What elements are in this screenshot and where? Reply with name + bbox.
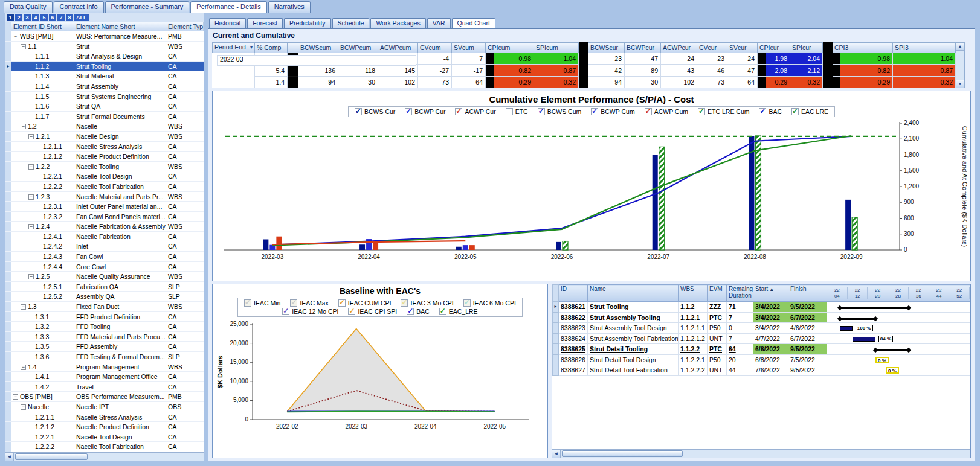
collapse-icon[interactable]: − xyxy=(28,164,34,170)
checkbox-bcwp-cur[interactable] xyxy=(405,108,412,115)
legend-item-ieac-6-mo-cpi[interactable]: IEAC 6 Mo CPI xyxy=(463,299,516,307)
collapse-icon[interactable]: − xyxy=(21,404,26,410)
tree-row[interactable]: 1.4.1Program Management OfficeCA xyxy=(5,372,204,382)
tree-hscroll-track[interactable] xyxy=(14,453,204,461)
column-header-cpi3[interactable]: CPI3 xyxy=(833,43,893,53)
tree-row[interactable]: 1.1.7Strut Formal DocumentsCA xyxy=(5,112,204,122)
tree-row[interactable]: 1.2.4.3Fan CowlCA xyxy=(5,252,204,262)
tree-row[interactable]: 1.2.2.2Nacelle Tool FabricationCA xyxy=(5,442,204,452)
collapse-icon[interactable]: − xyxy=(28,134,34,139)
tree-row[interactable]: 1.3.2FFD ToolingCA xyxy=(5,322,204,332)
checkbox-bcws-cum[interactable] xyxy=(538,108,545,115)
legend-item-bcws-cur[interactable]: BCWS Cur xyxy=(355,108,395,115)
checkbox-ieac-6-mo-cpi[interactable] xyxy=(463,299,471,307)
tree-row[interactable]: 1.1.1Strut Analysis & DesignCA xyxy=(5,51,204,62)
tree-column-header-element-name-short[interactable]: Element Name Short xyxy=(74,22,166,31)
column-header-svcur[interactable]: SVcur xyxy=(727,43,758,53)
column-header-bcwpcum[interactable]: BCWPcum xyxy=(338,43,378,53)
gantt-row[interactable]: 8388622Strut Assembly Tooling1.1.2.1PTC7… xyxy=(553,312,970,323)
detail-tab-forecast[interactable]: Forecast xyxy=(247,18,283,28)
tree-page-button-7[interactable]: 7 xyxy=(57,14,65,21)
scroll-left-icon[interactable]: ◄ xyxy=(552,450,561,458)
detail-tab-quad-chart[interactable]: Quad Chart xyxy=(452,18,495,28)
checkbox-ieac-cum-cpi[interactable] xyxy=(338,299,346,307)
gantt-row[interactable]: 8388627Strut Detail Tool Fabrication1.1.… xyxy=(553,365,970,376)
checkbox-bcwp-cum[interactable] xyxy=(591,108,598,115)
tree-row[interactable]: 1.2.4.4Core CowlCA xyxy=(5,262,204,272)
tree-row[interactable]: 1.3.6FFD Testing & Formal Docum...SLP xyxy=(5,352,204,362)
collapse-icon[interactable]: − xyxy=(21,365,26,370)
collapse-icon[interactable]: − xyxy=(13,34,18,39)
tree-row[interactable]: 1.2.1.1Nacelle Stress AnalysisCA xyxy=(5,142,204,152)
tree-row[interactable]: 1.3.5FFD AssemblyCA xyxy=(5,342,204,352)
legend-item-ieac-3-mo-cpi[interactable]: IEAC 3 Mo CPI xyxy=(401,299,453,307)
tree-hscrollbar[interactable]: ◄ ► xyxy=(5,452,204,461)
tree-row[interactable]: −1.4Program ManagementWBS xyxy=(5,362,204,372)
summary-row[interactable]: 2022-045.4136118145-27-170.820.874289434… xyxy=(213,65,956,76)
tree-row[interactable]: 1.2.4.1Nacelle FabricationCA xyxy=(5,232,204,242)
column-header-cvcur[interactable]: CVcur xyxy=(697,43,727,53)
tree-row[interactable]: 1.2.4.2InletCA xyxy=(5,241,204,252)
gantt-row[interactable]: 8388624Strut Assembly Tool Fabrication1.… xyxy=(553,333,970,344)
period-filter-icon[interactable]: ▾ xyxy=(250,43,253,52)
column-header-period-end[interactable]: Period End▾ xyxy=(213,43,255,53)
checkbox-bac[interactable] xyxy=(759,108,766,115)
gantt-column-header-evm[interactable]: EVM xyxy=(708,285,727,302)
tree-row[interactable]: −WBS [PMB]WBS: Performance Measure...PMB xyxy=(5,31,204,42)
legend-item-ieac-cum-cpi[interactable]: IEAC CUM CPI xyxy=(338,299,392,307)
gantt-task-bar[interactable] xyxy=(840,326,853,331)
legend-item-eac-lre[interactable]: EAC LRE xyxy=(791,108,828,115)
column-header-acwpcur[interactable]: ACWPcur xyxy=(661,43,697,53)
checkbox-etc[interactable] xyxy=(506,108,513,115)
checkbox-eac-lre[interactable] xyxy=(439,308,446,315)
tree-row[interactable]: 1.3.1FFD Product DefinitionCA xyxy=(5,312,204,322)
gantt-row[interactable]: 8388623Strut Assembly Tool Design1.1.2.1… xyxy=(553,323,970,334)
gantt-column-header-finish[interactable]: Finish xyxy=(788,285,827,302)
gantt-row[interactable]: ▸8388621Strut Tooling1.1.2ZZZ713/4/20229… xyxy=(553,302,970,313)
gantt-planned-label[interactable]: 0 % xyxy=(886,367,899,374)
collapse-icon[interactable]: − xyxy=(21,124,26,129)
collapse-icon[interactable]: − xyxy=(21,44,26,49)
tree-row[interactable]: −1.2.5Nacelle Quality AssuranceWBS xyxy=(5,272,204,282)
gantt-column-header-name[interactable]: Name xyxy=(588,285,679,302)
tree-row[interactable]: 1.2.3.1Inlet Outer Panel material an...C… xyxy=(5,202,204,212)
tree-page-button-3[interactable]: 3 xyxy=(24,14,31,21)
legend-item-ieac-min[interactable]: IEAC Min xyxy=(244,299,280,307)
checkbox-ieac-3-mo-cpi[interactable] xyxy=(401,299,408,307)
tree-row[interactable]: 1.2.1.2Nacelle Product DefinitionCA xyxy=(5,422,204,432)
checkbox-acwp-cum[interactable] xyxy=(645,108,652,115)
tree-page-button-6[interactable]: 6 xyxy=(49,14,56,21)
tree-hscroll-thumb[interactable] xyxy=(15,453,88,460)
column-header-cpicum[interactable]: CPIcum xyxy=(486,43,534,53)
gantt-column-header-id[interactable]: ID xyxy=(559,285,588,302)
summary-row[interactable]: 2022-031.49430102-73-640.290.329430102-7… xyxy=(213,76,956,88)
tree-row[interactable]: 1.2.2.1Nacelle Tool DesignCA xyxy=(5,432,204,442)
gantt-summary-bar[interactable] xyxy=(875,349,909,351)
legend-item-ieac-12-mo-cpi[interactable]: IEAC 12 Mo CPI xyxy=(282,308,338,315)
scroll-down-icon[interactable]: ▼ xyxy=(956,80,964,88)
column-header-bcwscum[interactable]: BCWScum xyxy=(298,43,338,53)
column-header-acwpcum[interactable]: ACWPcum xyxy=(378,43,418,53)
main-tab-performance-details[interactable]: Performance - Details xyxy=(190,1,266,13)
tree-row[interactable]: 1.1.5Strut Systems EngineeringCA xyxy=(5,92,204,102)
collapse-icon[interactable]: − xyxy=(28,224,34,229)
legend-item-bac[interactable]: BAC xyxy=(407,308,430,315)
tree-row[interactable]: 1.2.5.2Assembly QASLP xyxy=(5,292,204,302)
checkbox-acwp-cur[interactable] xyxy=(455,108,462,115)
legend-item-etc-lre-cum[interactable]: ETC LRE Cum xyxy=(698,108,749,115)
legend-item-bcwp-cur[interactable]: BCWP Cur xyxy=(405,108,445,115)
tree-row[interactable]: 1.2.2.2Nacelle Tool FabricationCA xyxy=(5,182,204,192)
tree-row[interactable]: −1.2NacelleWBS xyxy=(5,121,204,132)
legend-item-bac[interactable]: BAC xyxy=(759,108,782,115)
tree-page-button-4[interactable]: 4 xyxy=(32,14,39,21)
gantt-row[interactable]: 8388625Strut Detail Tooling1.1.2.2PTC646… xyxy=(553,344,970,355)
tree-row[interactable]: −1.2.2Nacelle ToolingWBS xyxy=(5,162,204,172)
tree-row[interactable]: 1.1.6Strut QACA xyxy=(5,101,204,112)
column-header-comp[interactable]: % Comp xyxy=(255,43,288,53)
tree-column-header-element-id-short[interactable]: Element ID Short xyxy=(11,22,74,31)
tree-column-header-element-type[interactable]: Element Type xyxy=(166,22,204,31)
scroll-up-icon[interactable]: ▲ xyxy=(956,43,964,51)
gantt-column-header-remaing-duration[interactable]: Remaing Duration xyxy=(727,285,753,302)
detail-tab-work-packages[interactable]: Work Packages xyxy=(370,18,425,28)
main-tab-narratives[interactable]: Narratives xyxy=(268,1,311,13)
